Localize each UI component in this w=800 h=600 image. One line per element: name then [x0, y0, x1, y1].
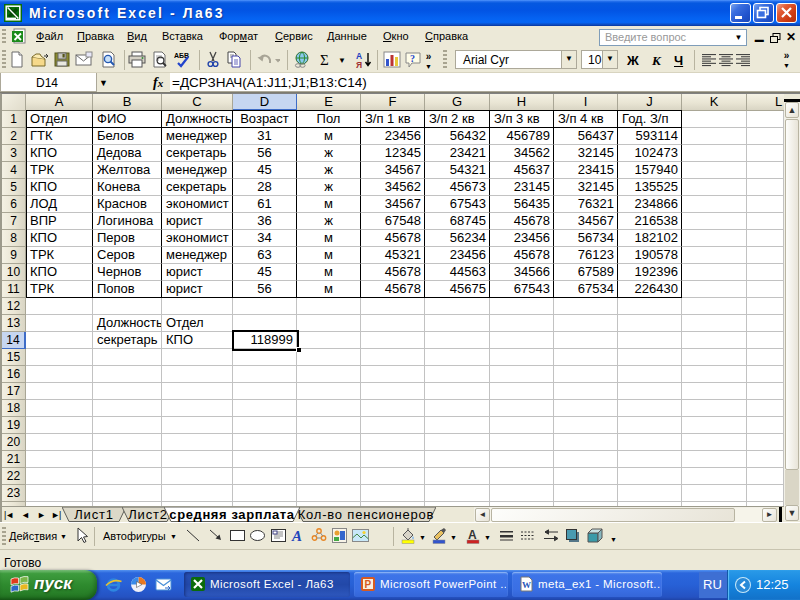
- svg-text:W: W: [522, 580, 531, 590]
- svg-text:Σ: Σ: [320, 52, 329, 68]
- svg-text:A: A: [291, 528, 302, 544]
- svg-text:Я: Я: [356, 60, 362, 70]
- svg-text:?: ?: [410, 53, 415, 64]
- svg-text:P: P: [365, 579, 372, 590]
